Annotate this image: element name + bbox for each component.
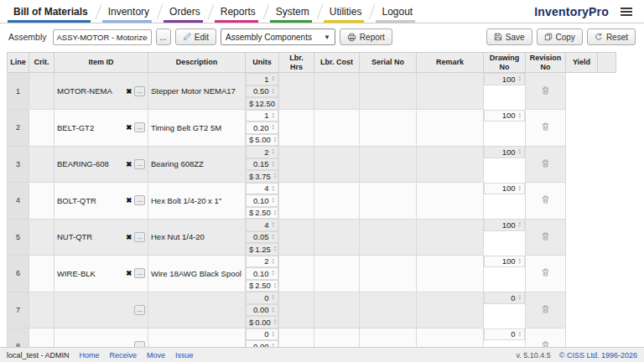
nav-tab-logout[interactable]: Logout — [371, 0, 423, 23]
number-spinner-icon[interactable]: ▲▼ — [518, 112, 522, 119]
footer-link-receive[interactable]: Receive — [110, 351, 138, 359]
assembly-input[interactable] — [53, 29, 152, 45]
reset-button[interactable]: Reset — [587, 28, 636, 45]
remark-cell[interactable] — [314, 110, 360, 147]
number-spinner-icon[interactable]: ▲▼ — [518, 221, 522, 228]
crit-cell[interactable] — [29, 183, 55, 220]
clear-item-icon[interactable]: ✖ — [126, 123, 132, 132]
number-spinner-icon[interactable]: ▲▼ — [272, 294, 275, 301]
description-cell[interactable]: Wire 18AWG Black Spool — [148, 256, 246, 292]
number-spinner-icon[interactable]: ▲▼ — [273, 209, 277, 216]
yield-cell[interactable]: 0▲▼ — [484, 328, 525, 341]
clear-item-icon[interactable]: ✖ — [126, 233, 132, 241]
clear-item-icon[interactable]: ✖ — [126, 160, 132, 168]
delete-row-button[interactable] — [542, 232, 549, 240]
remark-cell[interactable] — [314, 256, 360, 292]
labor-hours-cell[interactable]: 0.50▲▼ — [246, 85, 278, 98]
item-lookup-button[interactable]: ... — [134, 232, 145, 242]
nav-tab-reports[interactable]: Reports — [210, 0, 266, 23]
number-spinner-icon[interactable]: ▲▼ — [273, 246, 277, 252]
copyright-link[interactable]: © CISS Ltd. 1996-2026 — [559, 351, 637, 359]
nav-tab-bill-of-materials[interactable]: Bill of Materials — [3, 0, 98, 23]
drawing-no-cell[interactable] — [360, 292, 417, 328]
component-view-select[interactable]: Assembly Components ▼ — [221, 28, 335, 45]
clear-item-icon[interactable]: ✖ — [126, 269, 132, 277]
nav-tab-orders[interactable]: Orders — [159, 0, 210, 23]
number-spinner-icon[interactable]: ▲▼ — [272, 161, 275, 168]
item-lookup-button[interactable]: ... — [134, 268, 145, 278]
nav-tab-utilities[interactable]: Utilities — [319, 0, 372, 23]
units-cell[interactable]: 2▲▼ — [246, 146, 278, 158]
delete-row-button[interactable] — [542, 268, 549, 277]
drawing-no-cell[interactable] — [360, 256, 417, 292]
labor-hours-cell[interactable]: 0.10▲▼ — [246, 194, 278, 207]
crit-cell[interactable] — [29, 73, 55, 110]
remark-cell[interactable] — [314, 146, 360, 183]
number-spinner-icon[interactable]: ▲▼ — [518, 185, 522, 192]
revision-no-cell[interactable] — [417, 183, 484, 220]
crit-cell[interactable] — [29, 219, 55, 256]
revision-no-cell[interactable] — [417, 292, 484, 328]
crit-cell[interactable] — [29, 292, 55, 328]
labor-cost-cell[interactable]: $3.75▲▼ — [246, 170, 278, 183]
number-spinner-icon[interactable]: ▲▼ — [272, 258, 275, 265]
yield-cell[interactable]: 100▲▼ — [484, 219, 525, 231]
number-spinner-icon[interactable]: ▲▼ — [272, 221, 275, 228]
yield-cell[interactable]: 100▲▼ — [484, 256, 525, 268]
crit-cell[interactable] — [29, 146, 55, 183]
yield-cell[interactable]: 100▲▼ — [484, 146, 525, 158]
item-id-cell[interactable]: BOLT-QTR✖... — [55, 183, 148, 220]
number-spinner-icon[interactable]: ▲▼ — [272, 124, 275, 131]
number-spinner-icon[interactable]: ▲▼ — [272, 197, 275, 204]
item-id-cell[interactable]: WIRE-BLK✖... — [55, 256, 148, 292]
yield-cell[interactable]: 100▲▼ — [484, 110, 525, 122]
labor-hours-cell[interactable]: 0.00▲▼ — [246, 304, 278, 317]
description-cell[interactable]: Stepper Motor NEMA17 — [148, 73, 246, 110]
number-spinner-icon[interactable]: ▲▼ — [273, 318, 277, 325]
remark-cell[interactable] — [314, 183, 360, 220]
yield-cell[interactable]: 0▲▼ — [484, 292, 525, 304]
labor-hours-cell[interactable]: 0.10▲▼ — [246, 267, 278, 280]
number-spinner-icon[interactable]: ▲▼ — [272, 270, 275, 277]
labor-hours-cell[interactable]: 0.15▲▼ — [246, 158, 278, 171]
drawing-no-cell[interactable] — [360, 73, 417, 110]
delete-row-button[interactable] — [542, 86, 549, 95]
serial-no-cell[interactable] — [279, 183, 314, 220]
units-cell[interactable]: 4▲▼ — [246, 219, 278, 231]
nav-tab-inventory[interactable]: Inventory — [98, 0, 159, 23]
revision-no-cell[interactable] — [417, 146, 484, 183]
number-spinner-icon[interactable]: ▲▼ — [518, 294, 522, 301]
units-cell[interactable]: 1▲▼ — [246, 73, 278, 85]
crit-cell[interactable] — [29, 110, 55, 147]
units-cell[interactable]: 1▲▼ — [246, 110, 278, 122]
number-spinner-icon[interactable]: ▲▼ — [518, 75, 522, 82]
remark-cell[interactable] — [314, 73, 360, 110]
revision-no-cell[interactable] — [417, 110, 484, 147]
delete-row-button[interactable] — [542, 159, 549, 168]
serial-no-cell[interactable] — [279, 256, 314, 292]
labor-cost-cell[interactable]: $1.25▲▼ — [246, 243, 278, 256]
clear-item-icon[interactable]: ✖ — [126, 87, 132, 96]
number-spinner-icon[interactable]: ▲▼ — [272, 112, 275, 119]
item-id-cell[interactable]: NUT-QTR✖... — [55, 219, 148, 256]
serial-no-cell[interactable] — [279, 73, 314, 110]
description-cell[interactable]: Hex Nut 1/4-20 — [148, 219, 246, 256]
item-id-cell[interactable]: MOTOR-NEMA✖... — [55, 73, 148, 110]
delete-row-button[interactable] — [542, 305, 549, 313]
copy-button[interactable]: Copy — [537, 28, 583, 45]
number-spinner-icon[interactable]: ▲▼ — [272, 148, 275, 155]
description-cell[interactable]: Timing Belt GT2 5M — [148, 110, 246, 147]
number-spinner-icon[interactable]: ▲▼ — [272, 234, 275, 240]
revision-no-cell[interactable] — [417, 219, 484, 256]
number-spinner-icon[interactable]: ▲▼ — [272, 185, 275, 192]
units-cell[interactable]: 4▲▼ — [246, 183, 278, 195]
item-lookup-button[interactable]: ... — [134, 195, 145, 205]
drawing-no-cell[interactable] — [360, 219, 417, 256]
serial-no-cell[interactable] — [279, 110, 314, 147]
item-lookup-button[interactable]: ... — [134, 86, 145, 96]
remark-cell[interactable] — [314, 292, 360, 328]
remark-cell[interactable] — [314, 219, 360, 256]
footer-link-home[interactable]: Home — [80, 351, 100, 359]
labor-cost-cell[interactable]: $2.50▲▼ — [246, 280, 278, 292]
edit-button[interactable]: Edit — [175, 28, 216, 45]
